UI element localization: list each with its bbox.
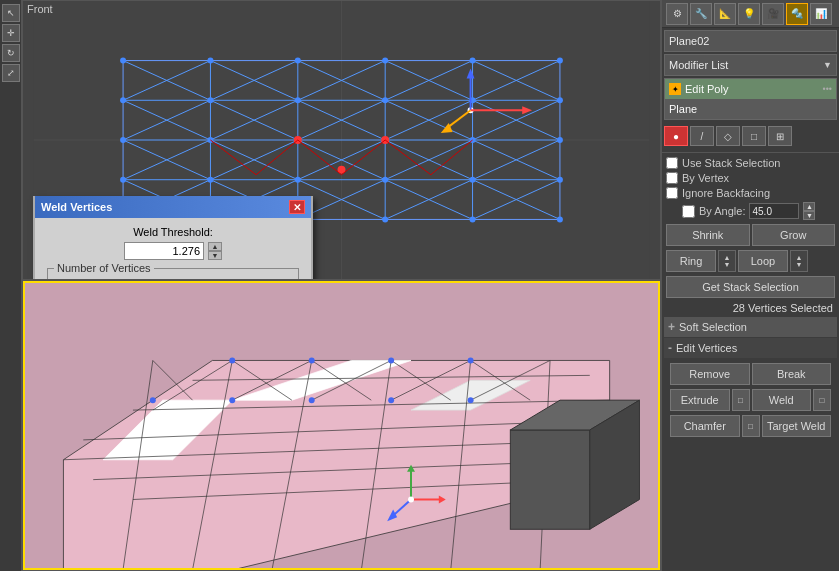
toolbar-btn-4[interactable]: 💡	[738, 3, 760, 25]
angle-input[interactable]	[749, 203, 799, 219]
checkboxes-section: Use Stack Selection By Vertex Ignore Bac…	[662, 155, 839, 222]
dialog-title: Weld Vertices	[41, 201, 112, 213]
loop-up[interactable]: ▲	[796, 254, 803, 261]
chamfer-options-btn[interactable]: □	[742, 415, 760, 437]
soft-selection-header[interactable]: + Soft Selection	[664, 317, 837, 337]
by-angle-cb[interactable]	[682, 205, 695, 218]
plane-label: Plane	[669, 103, 697, 115]
svg-point-62	[557, 97, 563, 103]
ignore-backfacing-label: Ignore Backfacing	[682, 187, 770, 199]
svg-point-58	[207, 97, 213, 103]
dialog-close-btn[interactable]: ✕	[289, 200, 305, 214]
weld-options-btn[interactable]: □	[813, 389, 831, 411]
ring-down[interactable]: ▼	[724, 261, 731, 268]
object-name-field[interactable]: Plane02	[664, 30, 837, 52]
modifier-list-label: Modifier List	[669, 59, 728, 71]
rotate-tool-btn[interactable]: ↻	[2, 44, 20, 62]
modifier-list-dropdown[interactable]: Modifier List ▼	[664, 54, 837, 76]
svg-point-56	[557, 58, 563, 64]
toolbar-btn-2[interactable]: 🔧	[690, 3, 712, 25]
angle-up[interactable]: ▲	[803, 202, 815, 211]
dropdown-arrow: ▼	[823, 60, 832, 70]
select-tool-btn[interactable]: ↖	[2, 4, 20, 22]
angle-down[interactable]: ▼	[803, 211, 815, 220]
ring-up[interactable]: ▲	[724, 254, 731, 261]
toolbar-btn-5[interactable]: 🎥	[762, 3, 784, 25]
subobj-vertex-btn[interactable]: ●	[664, 126, 688, 146]
edit-vertices-header[interactable]: - Edit Vertices	[664, 338, 837, 358]
svg-point-63	[120, 137, 126, 143]
weld-threshold-up[interactable]: ▲	[208, 242, 222, 251]
svg-point-129	[388, 357, 394, 363]
grow-btn[interactable]: Grow	[752, 224, 836, 246]
scale-tool-btn[interactable]: ⤢	[2, 64, 20, 82]
edit-vertices-collapse-icon: -	[668, 341, 672, 355]
right-panel-scroll[interactable]: Plane02 Modifier List ▼ ✦ Edit Poly ••• …	[662, 28, 839, 571]
svg-point-134	[388, 397, 394, 403]
svg-point-71	[295, 177, 301, 183]
svg-point-80	[557, 216, 563, 222]
ignore-backfacing-cb[interactable]	[666, 187, 678, 199]
remove-btn[interactable]: Remove	[670, 363, 750, 385]
edit-vertices-label: Edit Vertices	[676, 342, 737, 354]
svg-point-54	[382, 58, 388, 64]
get-stack-selection-btn[interactable]: Get Stack Selection	[666, 276, 835, 298]
use-stack-selection-label: Use Stack Selection	[682, 157, 780, 169]
svg-point-79	[470, 216, 476, 222]
extrude-options-icon: □	[738, 396, 743, 405]
mesh-perspective-view	[23, 281, 660, 570]
svg-point-59	[295, 97, 301, 103]
modifier-plane[interactable]: Plane	[665, 99, 836, 119]
svg-point-52	[207, 58, 213, 64]
extrude-options-btn[interactable]: □	[732, 389, 750, 411]
modifier-edit-poly[interactable]: ✦ Edit Poly •••	[665, 79, 836, 99]
toolbar-btn-1[interactable]: ⚙	[666, 3, 688, 25]
use-stack-selection-row: Use Stack Selection	[666, 157, 835, 169]
svg-point-132	[229, 397, 235, 403]
svg-point-70	[207, 177, 213, 183]
loop-btn[interactable]: Loop	[738, 250, 788, 272]
target-weld-btn[interactable]: Target Weld	[762, 415, 832, 437]
subobj-border-btn[interactable]: ◇	[716, 126, 740, 146]
subobj-element-btn[interactable]: ⊞	[768, 126, 792, 146]
by-vertex-label: By Vertex	[682, 172, 729, 184]
weld-threshold-spinner: ▲ ▼	[208, 242, 222, 260]
viewport-perspective[interactable]	[22, 280, 661, 571]
subobj-edge-btn[interactable]: /	[690, 126, 714, 146]
ring-btn[interactable]: Ring	[666, 250, 716, 272]
viewport-front[interactable]: Front	[22, 0, 661, 280]
modifier-options-dots[interactable]: •••	[823, 84, 832, 94]
viewport-area: Front	[22, 0, 661, 571]
left-toolbar: ↖ ✛ ↻ ⤢	[0, 0, 22, 571]
toolbar-btn-3[interactable]: 📐	[714, 3, 736, 25]
extrude-btn[interactable]: Extrude	[670, 389, 730, 411]
loop-down[interactable]: ▼	[796, 261, 803, 268]
break-btn[interactable]: Break	[752, 363, 832, 385]
edit-poly-label: Edit Poly	[685, 83, 728, 95]
use-stack-selection-cb[interactable]	[666, 157, 678, 169]
vertex-counts: Before: 188 After: 172	[56, 273, 290, 280]
svg-point-72	[382, 177, 388, 183]
loop-spinner: ▲ ▼	[790, 250, 808, 272]
ring-spinner: ▲ ▼	[718, 250, 736, 272]
chamfer-btn[interactable]: Chamfer	[670, 415, 740, 437]
chamfer-options-icon: □	[748, 422, 753, 431]
dialog-titlebar[interactable]: Weld Vertices ✕	[35, 196, 311, 218]
toolbar-btn-modify[interactable]: 🔩	[786, 3, 808, 25]
subobj-poly-btn[interactable]: □	[742, 126, 766, 146]
dialog-body: Weld Threshold: ▲ ▼ Number of Vertices B…	[35, 218, 311, 280]
toolbar-btn-7[interactable]: 📊	[810, 3, 832, 25]
by-vertex-cb[interactable]	[666, 172, 678, 184]
ring-loop-row: Ring ▲ ▼ Loop ▲ ▼	[662, 248, 839, 274]
svg-point-78	[382, 216, 388, 222]
weld-threshold-down[interactable]: ▼	[208, 251, 222, 260]
svg-point-68	[557, 137, 563, 143]
weld-threshold-input[interactable]	[124, 242, 204, 260]
sep-1	[662, 152, 839, 153]
svg-point-130	[468, 357, 474, 363]
move-tool-btn[interactable]: ✛	[2, 24, 20, 42]
weld-vertices-dialog: Weld Vertices ✕ Weld Threshold: ▲ ▼ Numb…	[33, 196, 313, 280]
shrink-btn[interactable]: Shrink	[666, 224, 750, 246]
weld-btn[interactable]: Weld	[752, 389, 812, 411]
edit-vertices-buttons: Remove Break Extrude □ Weld □ Chamfer	[662, 359, 839, 441]
